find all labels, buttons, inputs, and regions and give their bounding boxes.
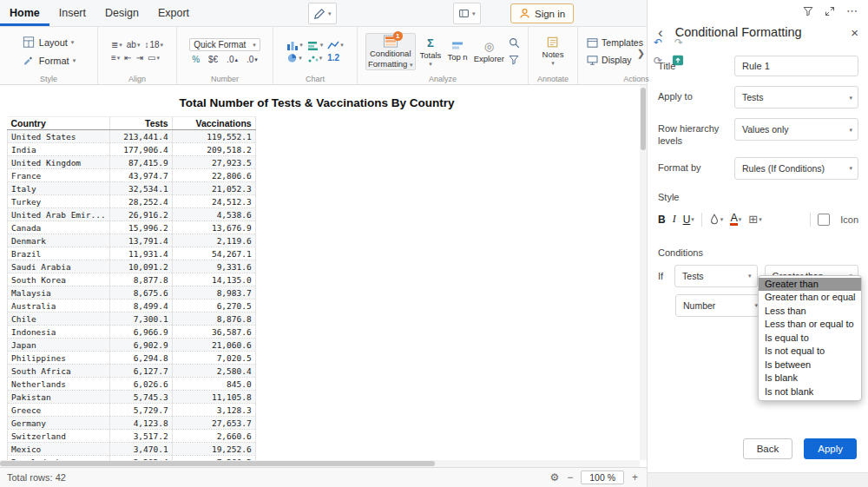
format-by-label: Format by	[658, 157, 734, 174]
conditional-formatting-button[interactable]: 1 Conditional Formatting ▾	[365, 33, 416, 70]
caret-down-icon: ▾	[117, 55, 121, 61]
conditional-label-line1: Conditional	[370, 49, 411, 58]
decrease-decimal-button[interactable]: .0▾	[247, 55, 258, 64]
operator-option[interactable]: Greater than or equal	[759, 291, 861, 305]
column-header-vaccinations[interactable]: Vaccinations	[172, 117, 255, 130]
panel-back-chevron[interactable]: ‹	[658, 25, 663, 40]
tab-insert[interactable]: Insert	[49, 0, 95, 26]
text-orientation-button[interactable]: ▭▾	[148, 53, 160, 63]
caret-down-icon: ▾	[319, 55, 323, 61]
operator-option[interactable]: Is equal to	[759, 332, 861, 346]
horizontal-scrollbar-thumb[interactable]	[0, 461, 435, 466]
settings-gear-icon[interactable]: ⚙	[549, 471, 559, 484]
quick-format-select[interactable]: Quick Format ▾	[189, 38, 260, 51]
annotate-tool-button[interactable]: ▾	[308, 3, 337, 24]
sign-in-button[interactable]: Sign in	[510, 3, 574, 23]
country-cell: India	[8, 143, 110, 156]
notes-button[interactable]: Notes ▾	[541, 36, 566, 67]
tab-export[interactable]: Export	[148, 0, 199, 26]
display-button[interactable]: Display	[587, 55, 643, 65]
explorer-button[interactable]: ◎ Explorer	[472, 39, 506, 64]
pie-chart-button[interactable]: ▾	[286, 53, 303, 63]
table-row: France43,974.722,806.6	[8, 169, 256, 182]
table-row: Australia8,499.46,270.5	[8, 299, 256, 313]
filter-icon[interactable]	[509, 55, 520, 65]
operator-option[interactable]: Less than	[759, 305, 861, 319]
operator-option[interactable]: Is between	[759, 359, 861, 372]
caret-down-icon: ▾	[720, 216, 724, 222]
totals-label: Totals	[420, 50, 442, 60]
top-n-button[interactable]: Top n	[445, 40, 469, 63]
increase-decimal-button[interactable]: .0▴	[227, 55, 238, 64]
tab-design[interactable]: Design	[95, 0, 148, 26]
row-hierarchy-select[interactable]: Values only ▾	[734, 118, 858, 141]
back-button[interactable]: Back	[743, 438, 793, 459]
indent-decrease-button[interactable]: ⇤	[124, 53, 131, 63]
table-header-row: Country Tests Vaccinations	[8, 117, 256, 130]
value-cell: 15,996.2	[109, 221, 172, 234]
caret-down-icon: ▾	[410, 62, 413, 68]
panel-close-icon[interactable]: ×	[851, 25, 858, 40]
country-cell: Chile	[8, 313, 110, 326]
value-type-select[interactable]: Number ▾	[675, 294, 764, 317]
zoom-level-value[interactable]: 100 %	[581, 471, 624, 484]
column-chart-button[interactable]: ▾	[307, 40, 324, 50]
format-by-select[interactable]: Rules (If Conditions) ▾	[734, 157, 858, 180]
operator-option[interactable]: Is not equal to	[759, 345, 861, 359]
operator-option[interactable]: Is not blank	[759, 385, 861, 399]
indent-increase-button[interactable]: ⇥	[136, 53, 143, 63]
totals-button[interactable]: Σ Totals ▾	[418, 36, 444, 68]
rule-title-input[interactable]	[734, 56, 858, 76]
apply-button[interactable]: Apply	[804, 438, 857, 459]
report-title: Total Number of Tests & Vaccinations By …	[0, 96, 634, 109]
zoom-in-button[interactable]: +	[632, 471, 638, 484]
condition-field-select[interactable]: Tests ▾	[674, 265, 757, 287]
vertical-scrollbar-thumb[interactable]	[641, 88, 646, 150]
borders-button[interactable]: ⊞▾	[748, 213, 761, 226]
country-cell: Switzerland	[8, 430, 110, 443]
tab-home[interactable]: Home	[0, 0, 49, 26]
line-chart-button[interactable]: ▾	[327, 40, 344, 50]
wrap-text-button[interactable]: ab▾	[127, 40, 141, 49]
layout-tool-button[interactable]: ▾	[453, 3, 481, 24]
horizontal-scrollbar[interactable]	[0, 460, 640, 467]
value-cell: 6,902.9	[109, 339, 172, 352]
expand-icon[interactable]	[825, 6, 835, 16]
fill-color-button[interactable]: ▾	[709, 214, 724, 225]
operator-option[interactable]: Is blank	[759, 372, 861, 385]
filter-icon[interactable]	[803, 6, 813, 16]
column-header-tests[interactable]: Tests	[109, 117, 172, 130]
zoom-out-button[interactable]: −	[567, 471, 573, 484]
vertical-scrollbar[interactable]	[640, 85, 647, 460]
panel-footer-strip	[648, 472, 868, 487]
apply-to-select[interactable]: Tests ▾	[734, 86, 858, 109]
font-size-stepper[interactable]: ↕18▾	[144, 40, 163, 49]
search-icon[interactable]	[509, 37, 520, 49]
operator-option[interactable]: Less than or equal to	[759, 318, 861, 332]
align-horizontal-button[interactable]: ≣▾	[111, 40, 122, 49]
percent-format-button[interactable]: %	[192, 55, 200, 64]
operator-option[interactable]: Greater than	[759, 278, 861, 292]
templates-button[interactable]: Templates	[587, 37, 643, 48]
table-row: Indonesia6,966.936,587.6	[8, 326, 256, 339]
bold-button[interactable]: B	[658, 214, 666, 226]
currency-format-button[interactable]: $€	[208, 55, 218, 64]
align-vertical-button[interactable]: ≡▾	[111, 53, 120, 63]
layout-button[interactable]: Layout ▾	[19, 35, 78, 49]
country-cell: Malaysia	[8, 286, 110, 299]
icon-checkbox-label: Icon	[840, 214, 858, 225]
ribbon-expand-chevron[interactable]: ❯	[637, 48, 645, 59]
ellipsis-icon[interactable]: ⋯	[846, 4, 858, 17]
scatter-chart-button[interactable]: ▾	[307, 53, 324, 63]
font-color-button[interactable]: A▾	[730, 213, 741, 227]
column-header-country[interactable]: Country	[8, 117, 110, 130]
format-button[interactable]: Format ▾	[19, 53, 78, 68]
kpi-widget-button[interactable]: 1.2	[327, 53, 344, 63]
table-row: Greece5,729.73,128.3	[8, 404, 256, 417]
italic-button[interactable]: I	[673, 213, 676, 226]
underline-button[interactable]: U▾	[683, 214, 694, 226]
icon-checkbox[interactable]	[818, 214, 830, 226]
bar-chart-button[interactable]: ▾	[286, 40, 303, 50]
country-cell: France	[8, 169, 110, 182]
pen-icon	[313, 8, 326, 20]
